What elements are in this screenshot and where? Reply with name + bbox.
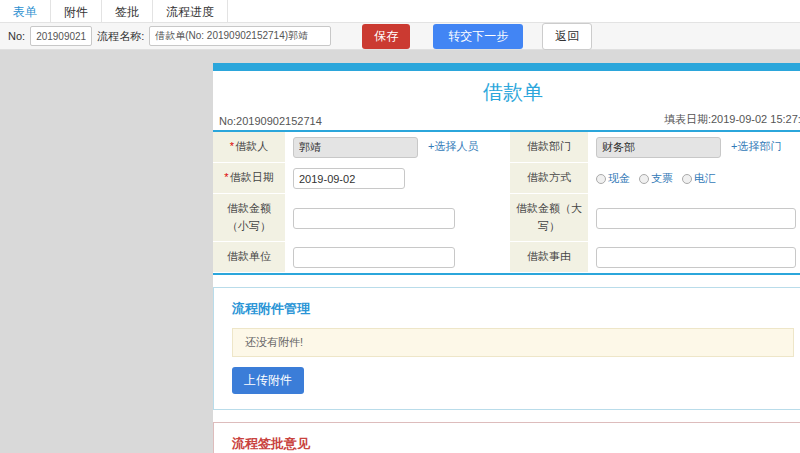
approval-panel: 流程签批意见 B I abc ”	[213, 422, 800, 453]
save-button[interactable]: 保存	[362, 24, 410, 49]
table-row: 借款单位 借款事由	[213, 242, 800, 273]
radio-wire[interactable]: 电汇	[682, 171, 716, 186]
loan-method-radio-group: 现金 支票 电汇	[596, 171, 800, 186]
form-bottom-border	[213, 273, 800, 275]
tab-attachments[interactable]: 附件	[51, 0, 102, 22]
amount-big-label: 借款金额（大写）	[510, 194, 588, 242]
tab-progress[interactable]: 流程进度	[153, 0, 228, 22]
borrower-field[interactable]	[293, 137, 418, 158]
panel-top-bar	[213, 63, 800, 71]
tab-bar: 表单 附件 签批 流程进度	[0, 0, 800, 23]
upload-attachment-button[interactable]: 上传附件	[232, 367, 304, 394]
dept-label: 借款部门	[510, 132, 588, 163]
back-button[interactable]: 返回	[542, 23, 592, 50]
page-title: 借款单	[213, 71, 800, 108]
select-person-link[interactable]: +选择人员	[428, 140, 478, 152]
loan-unit-label: 借款单位	[213, 242, 285, 273]
dept-field[interactable]	[596, 137, 721, 158]
process-name-label: 流程名称:	[97, 29, 144, 44]
approval-title: 流程签批意见	[232, 435, 794, 453]
loan-form-table: *借款人 +选择人员 借款部门 +选择部门 *借款日期	[213, 132, 800, 273]
select-dept-link[interactable]: +选择部门	[731, 140, 781, 152]
table-row: *借款日期 借款方式 现金 支票	[213, 163, 800, 194]
tab-approval[interactable]: 签批	[102, 0, 153, 22]
amount-big-field[interactable]	[596, 208, 796, 229]
radio-wire-label: 电汇	[694, 171, 716, 186]
tab-form[interactable]: 表单	[0, 0, 51, 22]
required-asterisk: *	[224, 171, 228, 183]
attachments-title: 流程附件管理	[232, 300, 794, 318]
loan-date-field[interactable]	[293, 168, 405, 189]
loan-method-label: 借款方式	[510, 163, 588, 194]
no-input[interactable]	[30, 26, 92, 46]
radio-circle-icon[interactable]	[639, 174, 649, 184]
table-row: *借款人 +选择人员 借款部门 +选择部门	[213, 132, 800, 163]
borrower-label: *借款人	[213, 132, 285, 163]
next-step-button[interactable]: 转交下一步	[433, 24, 523, 49]
amount-small-field[interactable]	[293, 208, 455, 229]
no-attachments-message: 还没有附件!	[232, 328, 794, 357]
no-label: No:	[8, 30, 25, 42]
loan-reason-label: 借款事由	[510, 242, 588, 273]
fill-date: 填表日期:2019-09-02 15:27:1	[664, 112, 800, 127]
doc-number: No:20190902152714	[219, 115, 322, 127]
amount-small-label: 借款金额（小写）	[213, 194, 285, 242]
process-name-input[interactable]	[149, 26, 331, 46]
required-asterisk: *	[230, 140, 234, 152]
table-row: 借款金额（小写） 借款金额（大写）	[213, 194, 800, 242]
toolbar: No: 流程名称: 保存 转交下一步 返回	[0, 23, 800, 50]
radio-cash-label: 现金	[608, 171, 630, 186]
loan-date-label: *借款日期	[213, 163, 285, 194]
loan-unit-field[interactable]	[293, 247, 455, 268]
radio-circle-icon[interactable]	[682, 174, 692, 184]
loan-reason-field[interactable]	[596, 247, 796, 268]
radio-circle-icon[interactable]	[596, 174, 606, 184]
content-area: 借款单 No:20190902152714 填表日期:2019-09-02 15…	[0, 50, 800, 453]
meta-row: No:20190902152714 填表日期:2019-09-02 15:27:…	[213, 108, 800, 132]
radio-cheque-label: 支票	[651, 171, 673, 186]
form-panel: 借款单 No:20190902152714 填表日期:2019-09-02 15…	[213, 63, 800, 453]
attachments-panel: 流程附件管理 还没有附件! 上传附件	[213, 287, 800, 410]
radio-cash[interactable]: 现金	[596, 171, 630, 186]
radio-cheque[interactable]: 支票	[639, 171, 673, 186]
